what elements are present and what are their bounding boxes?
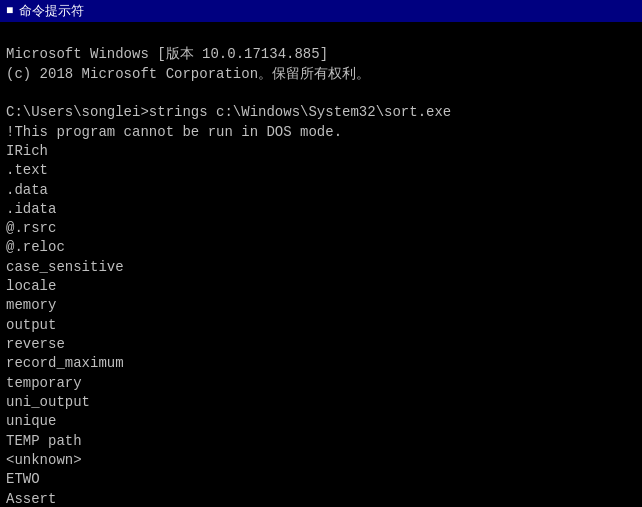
console-line: @.reloc [6, 238, 636, 257]
console-line: !This program cannot be run in DOS mode. [6, 123, 636, 142]
console-line: .text [6, 161, 636, 180]
console-line: Assert [6, 490, 636, 508]
console-line: reverse [6, 335, 636, 354]
console-line: output [6, 316, 636, 335]
title-bar-title: 命令提示符 [19, 2, 84, 20]
console-line: (c) 2018 Microsoft Corporation。保留所有权利。 [6, 65, 636, 84]
console-line: IRich [6, 142, 636, 161]
console-line: Microsoft Windows [版本 10.0.17134.885] [6, 45, 636, 64]
console-line: temporary [6, 374, 636, 393]
title-bar: ■ 命令提示符 [0, 0, 642, 22]
console-line: .data [6, 181, 636, 200]
console-line: @.rsrc [6, 219, 636, 238]
title-bar-icon: ■ [6, 4, 13, 18]
console-line: ETWO [6, 470, 636, 489]
console-line: memory [6, 296, 636, 315]
console-line: unique [6, 412, 636, 431]
console-line: .idata [6, 200, 636, 219]
console-line: locale [6, 277, 636, 296]
console-line: C:\Users\songlei>strings c:\Windows\Syst… [6, 103, 636, 122]
console-line: record_maximum [6, 354, 636, 373]
console-line: case_sensitive [6, 258, 636, 277]
console-line [6, 84, 636, 103]
console-line: TEMP path [6, 432, 636, 451]
console-body[interactable]: Microsoft Windows [版本 10.0.17134.885](c)… [0, 22, 642, 507]
console-line: <unknown> [6, 451, 636, 470]
console-line: uni_output [6, 393, 636, 412]
